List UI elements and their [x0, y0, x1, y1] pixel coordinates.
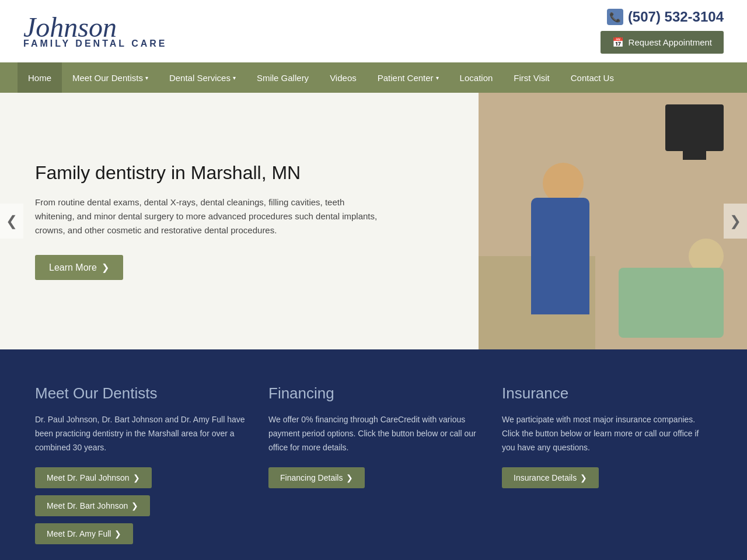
chevron-down-icon: ▾ — [145, 75, 148, 81]
request-appointment-button[interactable]: 📅 Request Appointment — [601, 31, 724, 54]
chevron-down-icon: ▾ — [436, 75, 439, 81]
nav-videos[interactable]: Videos — [319, 62, 367, 93]
prev-slide-button[interactable]: ❮ — [0, 204, 23, 239]
logo: Johnson FAMILY DENTAL CARE — [23, 13, 167, 49]
calendar-icon: 📅 — [612, 37, 624, 48]
arrow-icon: ❯ — [133, 473, 140, 482]
scene-background — [479, 93, 747, 349]
features-section: Meet Our Dentists Dr. Paul Johnson, Dr. … — [0, 349, 747, 560]
nav-home[interactable]: Home — [18, 62, 62, 93]
financing-description: We offer 0% financing through CareCredit… — [268, 413, 479, 454]
navbar: Home Meet Our Dentists ▾ Dental Services… — [0, 62, 747, 93]
nav-contact-us[interactable]: Contact Us — [560, 62, 624, 93]
hero-title: Family dentistry in Marshall, MN — [35, 162, 444, 184]
learn-more-button[interactable]: Learn More ❯ — [35, 255, 123, 280]
header-right: 📞 (507) 532-3104 📅 Request Appointment — [601, 9, 724, 54]
arrow-icon: ❯ — [346, 473, 353, 482]
meet-paul-johnson-button[interactable]: Meet Dr. Paul Johnson ❯ — [35, 467, 152, 488]
nav-dental-services[interactable]: Dental Services ▾ — [159, 62, 246, 93]
financing-details-label: Financing Details — [280, 473, 343, 482]
left-arrow-icon: ❮ — [6, 213, 18, 229]
meet-bart-label: Meet Dr. Bart Johnson — [47, 501, 128, 510]
logo-script: Johnson — [23, 13, 167, 41]
dentists-feature: Meet Our Dentists Dr. Paul Johnson, Dr. … — [35, 384, 245, 551]
nav-first-visit[interactable]: First Visit — [503, 62, 560, 93]
arrow-icon: ❯ — [114, 529, 121, 538]
financing-details-button[interactable]: Financing Details ❯ — [268, 467, 365, 488]
insurance-description: We participate with most major insurance… — [502, 413, 712, 454]
hero-description: From routine dental exams, dental X-rays… — [35, 195, 385, 237]
request-btn-label: Request Appointment — [629, 37, 712, 47]
chevron-down-icon: ▾ — [233, 75, 236, 81]
header: Johnson FAMILY DENTAL CARE 📞 (507) 532-3… — [0, 0, 747, 62]
nav-smile-gallery[interactable]: Smile Gallery — [246, 62, 319, 93]
dentists-title: Meet Our Dentists — [35, 384, 245, 402]
insurance-title: Insurance — [502, 384, 712, 402]
phone-icon: 📞 — [607, 9, 623, 25]
dentists-description: Dr. Paul Johnson, Dr. Bart Johnson and D… — [35, 413, 245, 454]
financing-title: Financing — [268, 384, 479, 402]
hero-image — [479, 93, 747, 349]
nav-patient-center[interactable]: Patient Center ▾ — [367, 62, 449, 93]
logo-sub: FAMILY DENTAL CARE — [23, 38, 167, 49]
insurance-feature: Insurance We participate with most major… — [502, 384, 712, 551]
hero-slider: ❮ Family dentistry in Marshall, MN From … — [0, 93, 747, 349]
meet-amy-label: Meet Dr. Amy Full — [47, 529, 111, 538]
meet-paul-label: Meet Dr. Paul Johnson — [47, 473, 130, 482]
meet-amy-full-button[interactable]: Meet Dr. Amy Full ❯ — [35, 523, 133, 544]
insurance-details-label: Insurance Details — [514, 473, 577, 482]
meet-bart-johnson-button[interactable]: Meet Dr. Bart Johnson ❯ — [35, 495, 150, 516]
nav-location[interactable]: Location — [449, 62, 504, 93]
hero-content: Family dentistry in Marshall, MN From ro… — [0, 93, 479, 349]
nav-meet-dentists[interactable]: Meet Our Dentists ▾ — [62, 62, 159, 93]
monitor-decoration — [665, 104, 724, 151]
learn-more-label: Learn More — [49, 262, 97, 273]
dentist-body — [531, 198, 589, 314]
next-slide-button[interactable]: ❯ — [724, 204, 747, 239]
phone-text: (507) 532-3104 — [628, 9, 724, 25]
patient-body — [619, 268, 724, 338]
arrow-icon: ❯ — [131, 501, 138, 510]
financing-feature: Financing We offer 0% financing through … — [268, 384, 479, 551]
phone-number: 📞 (507) 532-3104 — [607, 9, 724, 25]
insurance-details-button[interactable]: Insurance Details ❯ — [502, 467, 599, 488]
arrow-right-icon: ❯ — [102, 262, 109, 273]
right-arrow-icon: ❯ — [729, 213, 741, 229]
patient-figure — [619, 250, 735, 338]
arrow-icon: ❯ — [580, 473, 587, 482]
dentist-figure — [514, 151, 619, 314]
